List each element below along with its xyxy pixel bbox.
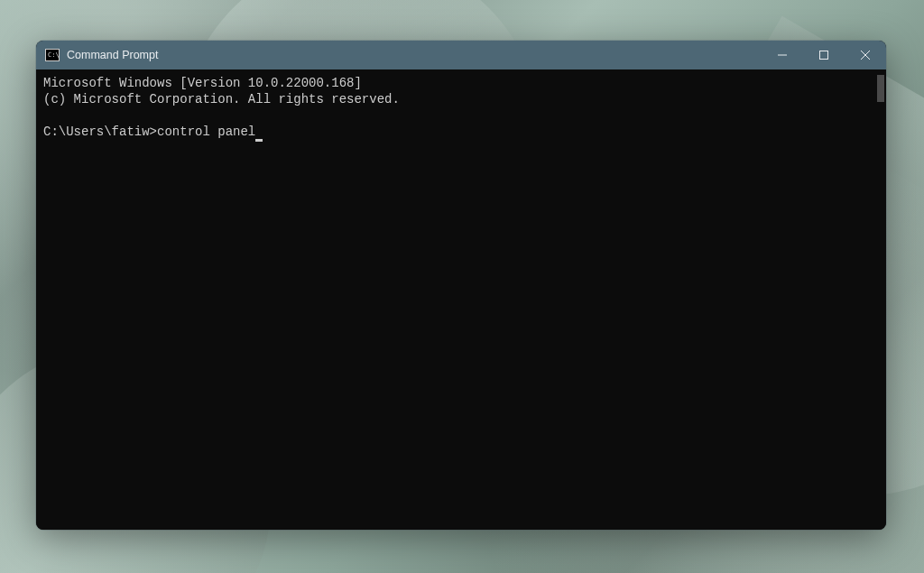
- cursor: [255, 139, 263, 142]
- command-input[interactable]: control panel: [157, 125, 255, 139]
- cmd-icon: C:\: [45, 49, 60, 61]
- close-icon: [861, 51, 870, 60]
- prompt-text: C:\Users\fatiw>: [43, 125, 157, 139]
- banner-line-2: (c) Microsoft Corporation. All rights re…: [43, 91, 879, 107]
- maximize-button[interactable]: [803, 41, 845, 69]
- scrollbar-thumb[interactable]: [877, 75, 884, 102]
- close-button[interactable]: [845, 41, 886, 69]
- svg-rect-1: [820, 51, 828, 60]
- terminal-content-area[interactable]: Microsoft Windows [Version 10.0.22000.16…: [36, 69, 886, 530]
- minimize-button[interactable]: [762, 41, 803, 69]
- minimize-icon: [778, 51, 787, 60]
- window-controls: [762, 41, 886, 69]
- titlebar[interactable]: C:\ Command Prompt: [36, 41, 886, 69]
- window-title: Command Prompt: [67, 49, 158, 61]
- command-prompt-window: C:\ Command Prompt Microsoft Windows [Ve…: [36, 41, 886, 530]
- banner-line-1: Microsoft Windows [Version 10.0.22000.16…: [43, 75, 879, 91]
- maximize-icon: [819, 51, 828, 60]
- prompt-line: C:\Users\fatiw>control panel: [43, 124, 879, 140]
